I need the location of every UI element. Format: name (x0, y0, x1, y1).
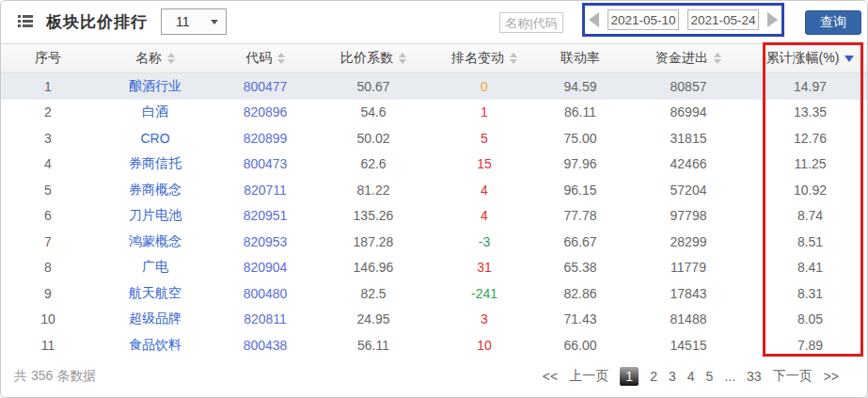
gain-value: 11.25 (795, 156, 827, 171)
sector-code-link[interactable]: 820899 (244, 131, 288, 146)
column-label: 名称 (135, 50, 162, 67)
search-input[interactable] (499, 12, 563, 33)
sector-name-link[interactable]: 券商概念 (129, 182, 181, 197)
rank-change-value: 5 (481, 131, 488, 146)
page-button-1[interactable]: 1 (620, 367, 639, 386)
page-button-2[interactable]: 2 (650, 369, 657, 384)
cell-rank-change: 0 (432, 73, 537, 100)
column-label: 联动率 (560, 50, 600, 67)
column-label: 序号 (35, 50, 61, 67)
table-row[interactable]: 5券商概念82071181.22496.155720410.92 (1, 177, 867, 203)
gain-value: 7.89 (797, 338, 823, 353)
date-to-input[interactable] (687, 9, 759, 30)
funds-value: 28299 (671, 234, 707, 249)
gain-value: 13.35 (794, 104, 827, 119)
cell-code: 820904 (215, 255, 315, 281)
sector-code-link[interactable]: 820896 (244, 104, 288, 119)
column-header-rank-change[interactable]: 排名变动 (432, 44, 537, 73)
sector-code-link[interactable]: 820811 (244, 311, 287, 326)
sector-code-link[interactable]: 800438 (244, 338, 288, 353)
list-icon[interactable] (18, 15, 33, 32)
table-row[interactable]: 3CRO82089950.02575.003181512.76 (1, 125, 867, 151)
sector-name-link[interactable]: 酿酒行业 (129, 78, 181, 93)
date-from-input[interactable] (608, 9, 679, 30)
page-button-3[interactable]: 3 (669, 369, 676, 384)
sector-code-link[interactable]: 800477 (244, 79, 288, 94)
table-row[interactable]: 8广电820904146.963165.38117798.41 (1, 255, 867, 281)
pagination: <<上一页12345...33下一页>> (543, 367, 839, 386)
next-period-arrow[interactable] (767, 12, 778, 27)
cell-linkage: 77.78 (537, 203, 623, 230)
gain-value: 12.76 (794, 131, 827, 146)
cell-gain: 8.05 (753, 307, 867, 333)
table-row[interactable]: 7鸿蒙概念820953187.28-366.67282998.51 (1, 229, 867, 255)
row-index: 4 (44, 156, 52, 171)
table-row[interactable]: 1酿酒行业80047750.67094.598085714.97 (1, 73, 867, 100)
prev-period-arrow[interactable] (589, 12, 599, 27)
sector-name-link[interactable]: 超级品牌 (129, 310, 181, 326)
sector-name-link[interactable]: 航天航空 (129, 285, 181, 300)
sector-name-link[interactable]: 白酒 (142, 103, 168, 119)
cell-gain: 8.41 (753, 255, 867, 281)
page-title: 板块比价排行 (46, 11, 148, 33)
ratio-value: 56.11 (357, 338, 389, 353)
table-row[interactable]: 4券商信托80047362.61597.964246611.25 (1, 151, 867, 178)
sector-name-link[interactable]: 券商信托 (129, 155, 181, 170)
page-button-4[interactable]: 4 (687, 369, 695, 384)
cell-ratio: 62.6 (315, 151, 432, 178)
ratio-value: 50.02 (356, 131, 389, 146)
gain-value: 8.05 (797, 311, 823, 326)
sector-name-link[interactable]: 食品饮料 (129, 337, 181, 352)
cell-funds: 31815 (623, 125, 753, 151)
row-index: 9 (44, 286, 52, 301)
funds-value: 97798 (671, 208, 707, 223)
gain-value: 10.92 (794, 183, 827, 198)
sector-code-link[interactable]: 820711 (244, 183, 287, 198)
column-header-name[interactable]: 名称 (95, 44, 215, 73)
funds-value: 86994 (671, 104, 707, 119)
cell-gain: 12.76 (753, 125, 867, 151)
table-row[interactable]: 10超级品牌82081124.95371.43814888.05 (1, 307, 867, 333)
page-button-33[interactable]: 33 (747, 369, 762, 384)
funds-value: 57204 (671, 183, 707, 198)
sector-code-link[interactable]: 800480 (244, 286, 288, 301)
count-dropdown[interactable]: 11 (161, 8, 227, 35)
sector-code-link[interactable]: 820904 (244, 260, 288, 275)
linkage-value: 82.86 (563, 286, 596, 301)
table-row[interactable]: 6刀片电池820951135.26477.78977988.74 (1, 203, 867, 230)
table-row[interactable]: 9航天航空80048082.5-24182.86178438.31 (1, 280, 867, 307)
sector-name-link[interactable]: 鸿蒙概念 (129, 233, 181, 248)
sector-name-link[interactable]: 广电 (142, 259, 168, 274)
column-header-funds[interactable]: 资金进出 (623, 44, 753, 73)
column-header-code[interactable]: 代码 (215, 44, 315, 73)
cell-index: 10 (1, 307, 95, 333)
cell-name: 广电 (95, 255, 215, 281)
cell-ratio: 81.22 (315, 177, 432, 203)
query-button[interactable]: 查询 (805, 10, 861, 35)
funds-value: 81488 (671, 311, 707, 326)
gain-value: 8.31 (797, 286, 823, 301)
ratio-value: 187.28 (354, 234, 394, 249)
funds-value: 11779 (671, 260, 706, 275)
next-page-button[interactable]: 下一页 (773, 368, 813, 385)
cell-funds: 14515 (623, 332, 753, 358)
column-header-gain[interactable]: 累计涨幅(%) (753, 44, 867, 73)
rank-change-value: 4 (481, 183, 488, 198)
sector-name-link[interactable]: 刀片电池 (129, 207, 181, 222)
column-header-ratio[interactable]: 比价系数 (315, 44, 432, 73)
sector-code-link[interactable]: 820951 (244, 208, 288, 223)
table-row[interactable]: 2白酒82089654.6186.118699413.35 (1, 100, 867, 126)
table-row[interactable]: 11食品饮料80043856.111066.00145157.89 (1, 332, 867, 358)
sector-name-link[interactable]: CRO (140, 131, 169, 146)
sector-code-link[interactable]: 800473 (244, 156, 288, 171)
sector-code-link[interactable]: 820953 (244, 234, 288, 249)
last-page-button[interactable]: >> (824, 369, 839, 384)
cell-index: 3 (1, 125, 95, 151)
first-page-button[interactable]: << (543, 369, 558, 384)
cell-rank-change: 15 (432, 151, 537, 178)
cell-linkage: 66.67 (537, 229, 623, 255)
linkage-value: 65.38 (563, 260, 596, 275)
page-button-5[interactable]: 5 (706, 369, 714, 384)
prev-page-button[interactable]: 上一页 (569, 368, 608, 385)
rank-change-value: 15 (477, 156, 492, 171)
